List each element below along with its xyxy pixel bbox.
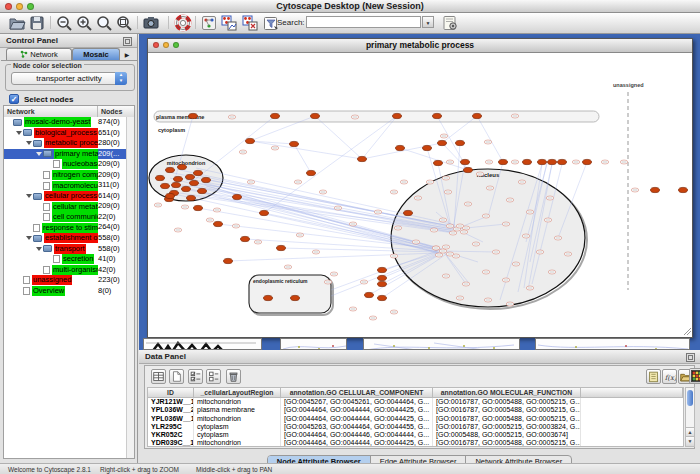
float-panel-icon[interactable] [123, 37, 132, 46]
network-window-titlebar[interactable]: primary metabolic process [148, 39, 692, 53]
tree-row[interactable]: mosaic-demo-yeast874(0) [4, 117, 127, 128]
close-view-button[interactable] [153, 42, 159, 48]
tree-row[interactable]: transport558(0) [4, 244, 127, 255]
gene-node-selected[interactable] [190, 180, 199, 185]
gene-node-selected[interactable] [161, 183, 170, 188]
table-column-header[interactable]: _cellularLayoutRegion [194, 388, 281, 397]
gene-node-selected[interactable] [260, 210, 269, 215]
minimize-view-button[interactable] [163, 42, 169, 48]
zoom-selected-icon[interactable] [115, 14, 133, 32]
tree-column-nodes[interactable]: Nodes [98, 106, 134, 117]
tree-row[interactable]: secretion41(0) [4, 254, 127, 265]
float-panel-icon[interactable] [686, 353, 695, 362]
more-tabs-button[interactable]: ▶ [121, 50, 133, 60]
tree-row[interactable]: cellular process614(0) [4, 191, 127, 202]
gene-node-selected[interactable] [396, 145, 405, 150]
search-input[interactable] [306, 16, 421, 28]
destroy-view-icon[interactable] [241, 14, 259, 32]
gene-node-selected[interactable] [523, 159, 532, 164]
table-column-header[interactable]: ID [148, 388, 194, 397]
gene-node-selected[interactable] [290, 141, 299, 146]
gene-node-selected[interactable] [558, 159, 567, 164]
table-row[interactable]: YKR052Ccytoplasm[GO:0044464, GO:0044446,… [148, 431, 683, 439]
gene-node-selected[interactable] [166, 193, 175, 198]
gene-node-selected[interactable] [651, 187, 660, 192]
gene-node-selected[interactable] [178, 164, 187, 169]
expand-arrow-icon[interactable] [36, 152, 42, 156]
unselect-attributes-icon[interactable] [206, 369, 221, 384]
tree-scrollbar[interactable] [126, 117, 134, 458]
gene-node-selected[interactable] [264, 295, 273, 300]
minimize-window-button[interactable] [16, 3, 23, 10]
save-icon[interactable] [28, 14, 46, 32]
gene-node-selected[interactable] [499, 159, 508, 164]
scroll-down-button[interactable]: ▼ [686, 436, 694, 446]
notes-icon[interactable] [646, 369, 661, 384]
gene-node-selected[interactable] [378, 281, 387, 286]
resize-grip[interactable] [684, 328, 691, 335]
new-attribute-icon[interactable] [169, 369, 184, 384]
gene-node-selected[interactable] [166, 167, 175, 172]
minimized-window-thumbnail[interactable] [535, 338, 690, 350]
table-row[interactable]: YLR295Ccytoplasm[GO:0045263, GO:0044464,… [148, 423, 683, 431]
expand-arrow-icon[interactable] [16, 131, 22, 135]
gene-node-selected[interactable] [246, 138, 255, 143]
minimized-window-thumbnail[interactable] [280, 338, 347, 350]
expand-arrow-icon[interactable] [36, 247, 42, 251]
zoom-out-icon[interactable] [55, 14, 73, 32]
zoom-fit-icon[interactable] [95, 14, 113, 32]
annotation-icon[interactable] [441, 14, 459, 32]
table-column-header[interactable]: annotation.GO MOLECULAR_FUNCTION [433, 388, 581, 397]
tree-row[interactable]: macromolecule311(0) [4, 180, 127, 191]
function-builder-icon[interactable]: f(x) [662, 369, 677, 384]
tree-row[interactable]: metabolic process280(0) [4, 138, 127, 149]
expand-arrow-icon[interactable] [26, 141, 32, 145]
tree-row[interactable]: establishment of lo558(0) [4, 233, 127, 244]
attribute-table-icon[interactable] [151, 369, 166, 384]
gene-node-selected[interactable] [461, 159, 470, 164]
close-window-button[interactable] [5, 3, 12, 10]
gene-node-selected[interactable] [538, 159, 547, 164]
zoom-window-button[interactable] [27, 3, 34, 10]
gene-node-selected[interactable] [456, 140, 465, 145]
minimized-window-thumbnail[interactable] [143, 338, 262, 350]
tree-row[interactable]: biological_process651(0) [4, 128, 127, 139]
gene-node-selected[interactable] [438, 140, 447, 145]
tree-row[interactable]: unassigned223(0) [4, 275, 127, 286]
tree-row[interactable]: multi-organism pro42(0) [4, 265, 127, 276]
gene-node-selected[interactable] [186, 174, 195, 179]
gene-node-selected[interactable] [583, 159, 592, 164]
gene-node-selected[interactable] [679, 187, 688, 192]
gene-node-selected[interactable] [311, 113, 320, 118]
gene-node-selected[interactable] [241, 236, 250, 241]
gene-node-selected[interactable] [182, 186, 191, 191]
gene-node-selected[interactable] [464, 167, 473, 172]
help-icon[interactable] [174, 14, 192, 32]
gene-node-selected[interactable] [434, 160, 443, 165]
gene-node-selected[interactable] [156, 175, 165, 180]
tree-row[interactable]: response to stimulu264(0) [4, 222, 127, 233]
zoom-in-icon[interactable] [75, 14, 93, 32]
select-attributes-icon[interactable] [188, 369, 203, 384]
expand-arrow-icon[interactable] [26, 236, 32, 240]
gene-node-selected[interactable] [473, 113, 482, 118]
gene-node-selected[interactable] [271, 113, 280, 118]
gene-node-selected[interactable] [365, 292, 374, 297]
tab-mosaic[interactable]: Mosaic [72, 48, 120, 60]
gene-node-selected[interactable] [198, 188, 207, 193]
select-nodes-checkbox[interactable]: ✓ [9, 94, 19, 104]
gene-node-selected[interactable] [423, 145, 432, 150]
tree-row[interactable]: Overview8(0) [4, 286, 127, 297]
minimized-window-thumbnail[interactable] [363, 338, 520, 350]
zoom-view-button[interactable] [173, 42, 179, 48]
gene-node-selected[interactable] [393, 113, 402, 118]
gene-node-selected[interactable] [277, 245, 286, 250]
gene-node-selected[interactable] [174, 176, 183, 181]
gene-node-selected[interactable] [194, 170, 203, 175]
tree-row[interactable]: cell communicat22(0) [4, 212, 127, 223]
snapshot-icon[interactable] [142, 14, 160, 32]
gene-node-selected[interactable] [224, 258, 233, 263]
search-dropdown-button[interactable]: ▼ [422, 16, 434, 28]
gene-node-selected[interactable] [358, 156, 367, 161]
tree-column-network[interactable]: Network [4, 106, 98, 117]
